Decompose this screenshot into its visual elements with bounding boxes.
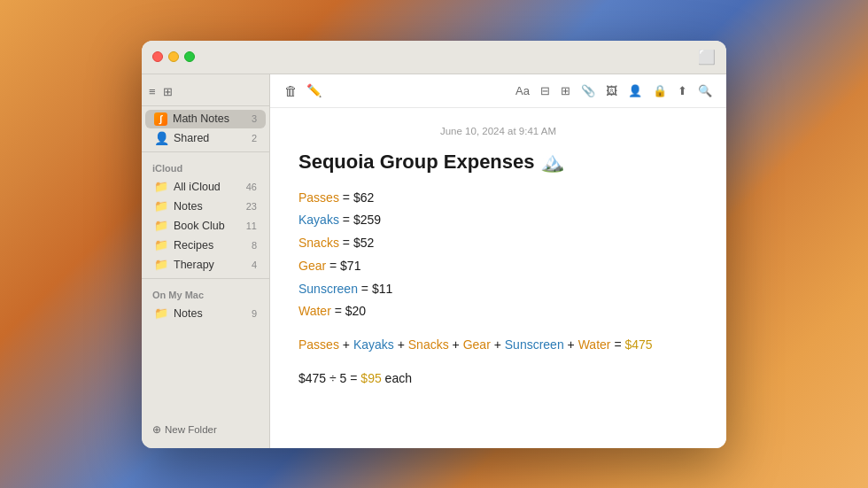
formula-kayaks: Kayaks [353, 337, 394, 352]
collaborate-icon[interactable]: 👤 [628, 84, 642, 97]
grid-view-icon[interactable]: ⊞ [163, 85, 173, 98]
recipes-folder-icon: 📁 [154, 238, 168, 252]
passes-label: Passes [298, 190, 339, 205]
note-timestamp: June 10, 2024 at 9:41 AM [298, 126, 698, 136]
sidebar-item-book-club[interactable]: 📁 Book Club 11 [145, 216, 266, 236]
font-icon[interactable]: Aa [515, 84, 530, 97]
formula-plus-3: + [453, 337, 463, 352]
formula-plus-5: + [568, 337, 578, 352]
main-content: ≡ ⊞ ∫ Math Notes 3 👤 Shared 2 iCloud 📁 A… [142, 74, 726, 448]
new-folder-button[interactable]: ⊕ New Folder [142, 418, 269, 441]
formula-plus-4: + [494, 337, 505, 352]
new-folder-icon: ⊕ [152, 423, 161, 436]
snacks-equals: = $52 [343, 236, 374, 250]
sidebar-item-all-icloud[interactable]: 📁 All iCloud 46 [145, 177, 266, 197]
notes-mac-count: 9 [252, 308, 257, 319]
maximize-button[interactable] [184, 51, 195, 62]
note-title-text: Sequoia Group Expenses [298, 151, 535, 174]
notes-mac-label: Notes [174, 307, 246, 320]
expense-sunscreen: Sunscreen = $11 [298, 279, 698, 300]
formula-gear: Gear [463, 337, 491, 352]
formula-line: Passes + Kayaks + Snacks + Gear + Sunscr… [298, 335, 698, 356]
notes-icloud-count: 23 [246, 201, 257, 212]
expense-snacks: Snacks = $52 [298, 233, 698, 254]
math-notes-count: 3 [252, 113, 257, 124]
book-club-folder-icon: 📁 [154, 219, 168, 233]
therapy-folder-icon: 📁 [154, 258, 168, 272]
sunscreen-equals: = $11 [361, 282, 392, 296]
formula-passes: Passes [298, 337, 339, 352]
new-folder-label: New Folder [165, 424, 217, 435]
division-line: $475 ÷ 5 = $95 each [298, 368, 698, 390]
recipes-count: 8 [252, 240, 257, 251]
sidebar-item-therapy[interactable]: 📁 Therapy 4 [145, 255, 266, 275]
toolbar-right: Aa ⊟ ⊞ 📎 🖼 👤 🔒 ⬆ 🔍 [515, 84, 712, 97]
compose-icon[interactable]: ✏️ [306, 83, 322, 97]
formula-water: Water [578, 337, 611, 352]
sidebar-item-math-notes[interactable]: ∫ Math Notes 3 [145, 110, 266, 128]
notes-icloud-label: Notes [174, 200, 241, 213]
kayaks-label: Kayaks [298, 213, 339, 227]
therapy-label: Therapy [174, 259, 246, 271]
sidebar-toggle-icon[interactable]: ⬜ [698, 49, 716, 66]
traffic-lights [152, 51, 195, 62]
division-text: $475 ÷ 5 = [298, 371, 360, 385]
sidebar-item-shared-label: Shared [174, 132, 246, 144]
sidebar-item-shared[interactable]: 👤 Shared 2 [145, 128, 266, 148]
sidebar-toolbar: ≡ ⊞ [142, 81, 269, 106]
gear-equals: = $71 [329, 259, 360, 273]
search-icon[interactable]: 🔍 [698, 84, 712, 97]
titlebar-icons: ⬜ [698, 49, 716, 66]
formula-equals: = [614, 337, 624, 352]
formula-plus-2: + [398, 337, 408, 352]
expense-gear: Gear = $71 [298, 256, 698, 277]
share-icon[interactable]: ⬆ [678, 84, 687, 97]
book-club-label: Book Club [174, 220, 241, 232]
list-view-icon[interactable]: ≡ [149, 85, 156, 98]
note-title: Sequoia Group Expenses 🏔️ [298, 151, 698, 174]
sidebar-item-notes-mac[interactable]: 📁 Notes 9 [145, 304, 266, 323]
titlebar: ⬜ [142, 41, 726, 74]
sidebar: ≡ ⊞ ∫ Math Notes 3 👤 Shared 2 iCloud 📁 A… [142, 74, 270, 448]
image-icon[interactable]: 🖼 [606, 84, 617, 97]
table-icon[interactable]: ⊞ [561, 84, 570, 97]
sidebar-item-recipes[interactable]: 📁 Recipes 8 [145, 236, 266, 255]
expense-kayaks: Kayaks = $259 [298, 210, 698, 231]
sidebar-item-notes-icloud[interactable]: 📁 Notes 23 [145, 197, 266, 216]
all-icloud-label: All iCloud [174, 181, 241, 193]
shared-icon: 👤 [154, 131, 168, 145]
per-person-suffix: each [385, 371, 412, 385]
content-area: 🗑 ✏️ Aa ⊟ ⊞ 📎 🖼 👤 🔒 ⬆ 🔍 June 10, 2024 a [270, 74, 726, 448]
per-person-value: $95 [360, 371, 381, 385]
expense-water: Water = $20 [298, 301, 698, 322]
kayaks-equals: = $259 [343, 213, 381, 227]
checklist-icon[interactable]: ⊟ [540, 84, 550, 97]
sidebar-divider-1 [142, 151, 269, 152]
attachment-icon[interactable]: 📎 [581, 84, 595, 97]
mac-section-header: On My Mac [142, 283, 269, 304]
all-icloud-folder-icon: 📁 [154, 180, 168, 194]
close-button[interactable] [152, 51, 163, 62]
water-label: Water [298, 304, 331, 318]
notes-icloud-folder-icon: 📁 [154, 199, 168, 213]
formula-sunscreen: Sunscreen [505, 337, 564, 352]
trash-icon[interactable]: 🗑 [284, 83, 298, 98]
app-window: ⬜ ≡ ⊞ ∫ Math Notes 3 👤 Shared 2 [142, 41, 726, 448]
expense-passes: Passes = $62 [298, 188, 698, 209]
note-area[interactable]: June 10, 2024 at 9:41 AM Sequoia Group E… [270, 108, 726, 448]
formula-snacks: Snacks [408, 337, 449, 352]
formula-plus-1: + [343, 337, 353, 352]
snacks-label: Snacks [298, 236, 339, 250]
formula-total: $475 [624, 337, 652, 352]
therapy-count: 4 [252, 259, 257, 270]
sunscreen-label: Sunscreen [298, 282, 358, 296]
note-title-emoji: 🏔️ [540, 151, 564, 174]
passes-equals: = $62 [343, 190, 374, 205]
lock-icon[interactable]: 🔒 [653, 84, 667, 97]
book-club-count: 11 [246, 221, 257, 231]
gear-label: Gear [298, 259, 326, 273]
minimize-button[interactable] [168, 51, 179, 62]
sidebar-item-math-notes-label: Math Notes [173, 112, 246, 125]
math-notes-icon: ∫ [154, 112, 167, 126]
note-body: Passes = $62 Kayaks = $259 Snacks = $52 … [298, 188, 698, 390]
